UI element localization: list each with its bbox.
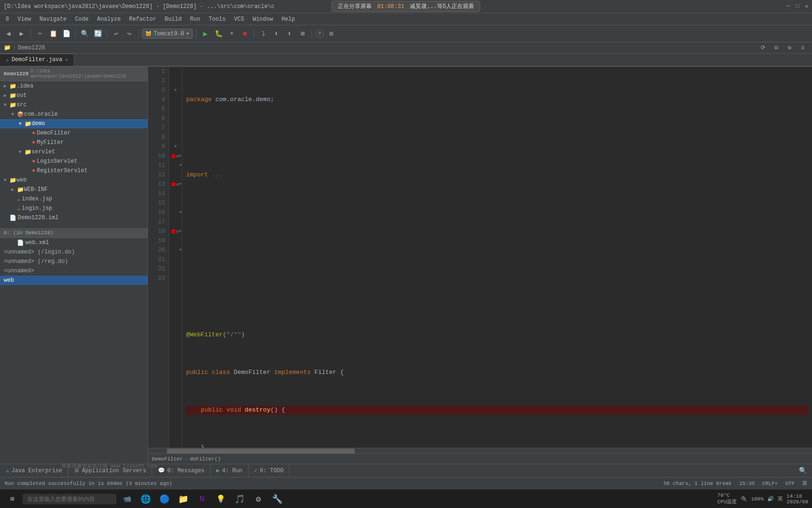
debug-button[interactable]: 🐛: [213, 28, 224, 40]
gutter-10: ⊙ ▼: [169, 151, 182, 161]
tree-item-web-bottom[interactable]: web: [0, 276, 148, 285]
settings-button[interactable]: ⚙: [326, 28, 337, 40]
forward-button[interactable]: ▶: [16, 28, 27, 40]
h-scrollbar[interactable]: [148, 448, 812, 453]
tomcat-selector[interactable]: 🐱 Tomcat9.0 ▾: [142, 29, 193, 39]
menu-item-tools[interactable]: Tools: [205, 15, 229, 24]
taskbar-start-button[interactable]: ⊞: [4, 491, 21, 508]
tree-item-demofilter[interactable]: ● DemoFilter: [0, 128, 148, 138]
tree-item-myfilter[interactable]: ● MyFilter: [0, 138, 148, 147]
menu-item-navigate[interactable]: Navigate: [36, 15, 70, 24]
line-num-9: 9: [152, 142, 165, 151]
menu-item-refactor[interactable]: Refactor: [125, 15, 160, 24]
taskbar-icon-app2[interactable]: ⚙: [250, 491, 267, 508]
search-panel-button[interactable]: 🔍: [797, 465, 808, 476]
back-button[interactable]: ◀: [3, 28, 14, 40]
breakpoint-10[interactable]: [171, 154, 176, 159]
minimize-button[interactable]: ─: [787, 3, 790, 10]
coverage-button[interactable]: ☂: [226, 28, 237, 40]
taskbar-icon-app3[interactable]: 🔧: [269, 491, 286, 508]
maximize-button[interactable]: □: [796, 3, 799, 10]
copy-button[interactable]: 📋: [47, 28, 59, 40]
tab-messages[interactable]: 💬 0: Messages: [152, 464, 211, 477]
tree-item-idea[interactable]: ▶ 📁 .idea: [0, 81, 148, 91]
settings-tree-button[interactable]: ⚙: [784, 42, 795, 54]
tree-label: demo: [31, 120, 45, 127]
stop-button[interactable]: ■: [239, 28, 250, 40]
fold-20[interactable]: ▼: [180, 248, 182, 253]
taskbar-icon-explorer[interactable]: 📁: [175, 491, 192, 508]
fold-13[interactable]: ▼: [179, 182, 181, 187]
fold-18[interactable]: ▼: [179, 229, 181, 234]
menu-item-build[interactable]: Build: [161, 15, 185, 24]
tree-item-webinf[interactable]: ▶ 📁 WEB-INF: [0, 185, 148, 194]
run-button[interactable]: ▶: [200, 28, 211, 40]
breakpoint-18[interactable]: [171, 229, 176, 234]
folder-icon: 📁: [9, 177, 16, 184]
tab-close-button[interactable]: ✕: [65, 57, 68, 63]
fold-10[interactable]: ▼: [179, 154, 181, 159]
tomcat-label: Tomcat9.0: [154, 31, 184, 37]
gutter-21: [169, 255, 182, 264]
fold-3[interactable]: ▼: [174, 88, 177, 93]
tab-todo[interactable]: ✓ 6: TODO: [249, 464, 290, 477]
fold-11[interactable]: ▼: [180, 163, 182, 168]
sync-button[interactable]: ⟳: [757, 42, 769, 54]
breadcrumb-root: 📁: [4, 44, 11, 51]
tree-item-com-oracle[interactable]: ▼ 📦 com.oracle: [0, 110, 148, 119]
cut-button[interactable]: ✂: [34, 28, 46, 40]
step-out-button[interactable]: ⬆: [284, 28, 295, 40]
fold-16[interactable]: ▼: [180, 210, 182, 215]
taskbar-icon-edge[interactable]: 🔵: [156, 491, 173, 508]
tree-item-webxml[interactable]: 📄 web.xml: [0, 238, 148, 247]
step-into-button[interactable]: ⬇: [271, 28, 282, 40]
h-scrollbar-thumb[interactable]: [167, 449, 355, 453]
menu-item-window[interactable]: Window: [249, 15, 277, 24]
fold-9[interactable]: ▼: [174, 144, 177, 149]
replace-button[interactable]: 🔄: [92, 28, 103, 40]
tab-demofilter[interactable]: ☕ DemoFilter.java ✕: [0, 54, 74, 66]
tree-item-unnamed2[interactable]: <unnamed> (/reg.do): [0, 257, 148, 266]
taskbar-icon-watermark[interactable]: 📹: [118, 491, 135, 508]
menu-item-analyze[interactable]: Analyze: [93, 15, 124, 24]
tree-item-unnamed3[interactable]: <unnamed>: [0, 266, 148, 276]
menu-item-vcs[interactable]: VCS: [230, 15, 248, 24]
step-over-button[interactable]: ⤵: [258, 28, 269, 40]
menu-item-view[interactable]: View: [14, 15, 35, 24]
tree-item-registerservlet[interactable]: ● RegisterServlet: [0, 166, 148, 175]
taskbar-icon-app1[interactable]: 🎵: [231, 491, 248, 508]
undo-button[interactable]: ↩: [110, 28, 122, 40]
taskbar-icon-chrome[interactable]: 🌐: [137, 491, 154, 508]
tree-item-src[interactable]: ▼ 📁 src: [0, 100, 148, 110]
tab-java-enterprise[interactable]: ☕ Java Enterprise: [0, 464, 68, 477]
close-button[interactable]: ✕: [805, 3, 808, 10]
layout-button[interactable]: ≡: [797, 42, 808, 54]
collapse-button[interactable]: ⊟: [771, 42, 782, 54]
menu-item-code[interactable]: Code: [71, 15, 93, 24]
menu-item-help[interactable]: Help: [278, 15, 299, 24]
tree-item-web[interactable]: ▼ 📁 web: [0, 175, 148, 185]
tree-item-loginjsp[interactable]: ☕ login.jsp: [0, 204, 148, 213]
taskbar-search-input[interactable]: [23, 494, 117, 504]
menu-item-run[interactable]: Run: [186, 15, 204, 24]
taskbar-icon-intellij[interactable]: 💡: [212, 491, 229, 508]
tree-item-unnamed1[interactable]: <unnamed> (/login.do): [0, 247, 148, 257]
tab-run[interactable]: ▶ 4: Run: [211, 464, 248, 477]
help-button[interactable]: ?: [315, 30, 324, 38]
redo-button[interactable]: ↪: [124, 28, 135, 40]
tree-item-out[interactable]: ▶ 📁 out: [0, 91, 148, 100]
evaluate-button[interactable]: ⊞: [297, 28, 308, 40]
tree-item-indexjsp[interactable]: ☕ index.jsp: [0, 194, 148, 204]
taskbar-icon-onenote[interactable]: N: [194, 491, 211, 508]
tree-item-demo[interactable]: ▼ 📁 demo: [0, 119, 148, 128]
code-area[interactable]: 1 2 3 4 5 6 7 8 9 10 11 12 13 14 15 16 1…: [148, 67, 812, 448]
breakpoint-13[interactable]: [171, 182, 176, 187]
tree-item-iml[interactable]: 📄 Demo1228.iml: [0, 213, 148, 222]
tree-item-servlet[interactable]: ▼ 📁 servlet: [0, 147, 148, 157]
menu-item-8[interactable]: 8: [2, 15, 13, 24]
paste-button[interactable]: 📄: [61, 28, 72, 40]
tree-item-loginservlet[interactable]: ● LoginServlet: [0, 157, 148, 166]
code-lines[interactable]: package com.oracle.demo; import ... @Web…: [182, 67, 812, 448]
search-button[interactable]: 🔍: [79, 28, 90, 40]
line-num-6: 6: [152, 114, 165, 123]
